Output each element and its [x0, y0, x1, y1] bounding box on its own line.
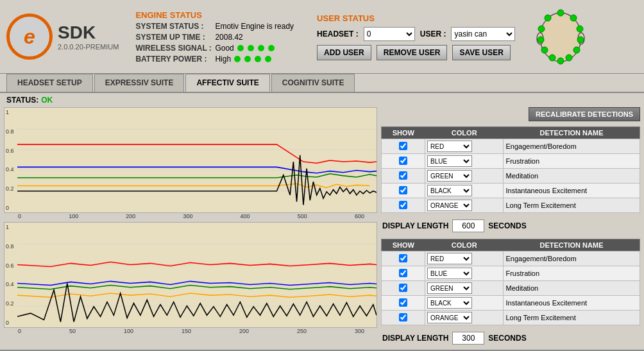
headset-select[interactable]: 0: [364, 27, 415, 41]
wireless-dot-3: [258, 45, 264, 51]
uptime-label: SYSTEM UP TIME :: [135, 33, 212, 42]
battery-dot-4: [265, 56, 271, 62]
row-checkbox[interactable]: [399, 142, 407, 150]
user-label: USER :: [420, 30, 446, 39]
table-row: REDBLUEGREENBLACKORANGEYELLOWPURPLEMedit…: [382, 169, 640, 184]
logo-circle: e: [6, 13, 53, 60]
user-status-panel: USER STATUS HEADSET : 0 USER : yasin can…: [317, 13, 515, 60]
display-length-input-top[interactable]: [452, 219, 484, 232]
display-length-bottom: DISPLAY LENGTH SECONDS: [381, 329, 640, 347]
color-select[interactable]: REDBLUEGREENBLACKORANGEYELLOWPURPLE: [427, 170, 472, 182]
uptime-row: SYSTEM UP TIME : 2008.42: [135, 33, 294, 42]
row-checkbox[interactable]: [399, 201, 407, 209]
electrode-top: [557, 10, 564, 16]
battery-value: High: [215, 55, 231, 64]
display-length-label-top: DISPLAY LENGTH: [382, 221, 448, 230]
logo-area: e SDK 2.0.0.20-PREMIUM: [6, 13, 119, 60]
row-checkbox[interactable]: [399, 254, 407, 262]
electrode-bottom: [557, 58, 564, 64]
user-status-title: USER STATUS: [317, 13, 515, 23]
recalibrate-button[interactable]: RECALIBRATE DETECTIONS: [529, 107, 640, 121]
main-content: STATUS: OK 1 0.8 0.6 0.4 0.2 0: [0, 93, 644, 350]
electrode-br: [573, 47, 580, 53]
electrode-tr: [570, 15, 577, 21]
row-checkbox[interactable]: [399, 284, 407, 292]
row-checkbox[interactable]: [399, 171, 407, 180]
detection-name: Frustration: [504, 154, 640, 169]
save-user-button[interactable]: SAVE USER: [452, 45, 510, 60]
headset-row: HEADSET : 0 USER : yasin can: [317, 27, 515, 41]
status-bar: STATUS: OK: [0, 93, 644, 107]
detection-name: Engagement/Boredom: [504, 139, 640, 154]
status-label: STATUS:: [6, 96, 38, 105]
color-select[interactable]: REDBLUEGREENBLACKORANGEYELLOWPURPLE: [427, 155, 472, 167]
chart-bg-bottom: [17, 223, 377, 327]
col-color-top: COLOR: [425, 127, 504, 139]
table-row: REDBLUEGREENBLACKORANGEYELLOWPURPLEEngag…: [382, 252, 640, 266]
electrode-el: [538, 37, 544, 43]
table-row: REDBLUEGREENBLACKORANGEYELLOWPURPLEEngag…: [382, 139, 640, 154]
system-status-value: Emotiv Engine is ready: [215, 22, 294, 31]
user-select[interactable]: yasin can: [451, 27, 515, 41]
electrode-ml: [538, 26, 545, 32]
sdk-info: SDK 2.0.0.20-PREMIUM: [58, 22, 119, 51]
battery-label: BATTERY POWER :: [135, 55, 212, 64]
detection-name: Instantaneous Excitement: [504, 184, 640, 198]
uptime-value: 2008.42: [215, 33, 242, 42]
wireless-value: Good: [215, 44, 233, 53]
tab-expressiv-suite[interactable]: EXPRESSIV SUITE: [94, 74, 185, 92]
tab-headset-setup[interactable]: HEADSET SETUP: [6, 74, 93, 92]
row-checkbox[interactable]: [399, 313, 407, 321]
sdk-title: SDK: [58, 22, 119, 43]
table-row: REDBLUEGREENBLACKORANGEYELLOWPURPLEFrust…: [382, 154, 640, 169]
table-row: REDBLUEGREENBLACKORANGEYELLOWPURPLELong …: [382, 311, 640, 325]
row-checkbox[interactable]: [399, 269, 407, 277]
detection-name: Meditation: [504, 169, 640, 184]
remove-user-button[interactable]: REMOVE USER: [377, 45, 448, 60]
color-select[interactable]: REDBLUEGREENBLACKORANGEYELLOWPURPLE: [427, 200, 472, 211]
wireless-dot-2: [248, 45, 254, 51]
table-row: REDBLUEGREENBLACKORANGEYELLOWPURPLEFrust…: [382, 266, 640, 281]
chart-bottom-x-axis: 0 50 100 150 200 250 300: [4, 328, 377, 334]
color-select[interactable]: REDBLUEGREENBLACKORANGEYELLOWPURPLE: [427, 282, 472, 294]
seconds-label-top: SECONDS: [488, 221, 526, 230]
display-length-top: DISPLAY LENGTH SECONDS: [381, 217, 640, 235]
user-buttons-row: ADD USER REMOVE USER SAVE USER: [317, 45, 515, 60]
detection-name: Instantaneous Excitement: [504, 296, 640, 311]
detection-name: Long Term Excitement: [504, 311, 640, 325]
detection-name: Meditation: [504, 281, 640, 296]
add-user-button[interactable]: ADD USER: [317, 45, 371, 60]
battery-dot-3: [255, 56, 261, 62]
battery-dot-1: [234, 56, 241, 62]
row-checkbox[interactable]: [399, 157, 407, 165]
logo-icon: e: [24, 25, 35, 49]
electrode-mr: [577, 26, 583, 32]
color-select[interactable]: REDBLUEGREENBLACKORANGEYELLOWPURPLE: [427, 297, 472, 309]
content-area: 1 0.8 0.6 0.4 0.2 0: [0, 107, 644, 350]
detection-name: Long Term Excitement: [504, 198, 640, 213]
col-show-bottom: SHOW: [382, 239, 425, 252]
color-select[interactable]: REDBLUEGREENBLACKORANGEYELLOWPURPLE: [427, 253, 472, 264]
tab-cognitiv-suite[interactable]: COGNITIV SUITE: [271, 74, 355, 92]
color-select[interactable]: REDBLUEGREENBLACKORANGEYELLOWPURPLE: [427, 141, 472, 152]
electrode-btl: [549, 55, 555, 61]
color-select[interactable]: REDBLUEGREENBLACKORANGEYELLOWPURPLE: [427, 268, 472, 279]
color-select[interactable]: REDBLUEGREENBLACKORANGEYELLOWPURPLE: [427, 185, 472, 196]
detection-table-bottom: SHOW COLOR DETECTION NAME REDBLUEGREENBL…: [381, 239, 640, 325]
chart-bottom: 1 0.8 0.6 0.4 0.2 0: [4, 222, 377, 328]
electrode-btr: [566, 55, 572, 61]
table-row: REDBLUEGREENBLACKORANGEYELLOWPURPLELong …: [382, 198, 640, 213]
row-checkbox[interactable]: [399, 298, 407, 307]
electrode-tl: [545, 15, 551, 21]
col-color-bottom: COLOR: [425, 239, 504, 252]
col-detection-top: DETECTION NAME: [504, 127, 640, 139]
color-select[interactable]: REDBLUEGREENBLACKORANGEYELLOWPURPLE: [427, 312, 472, 323]
head-model: [532, 6, 589, 67]
headset-label: HEADSET :: [317, 30, 359, 39]
tab-affectiv-suite[interactable]: AFFECTIV SUITE: [185, 74, 269, 92]
display-length-input-bottom[interactable]: [452, 332, 484, 345]
row-checkbox[interactable]: [399, 186, 407, 194]
wireless-dot-1: [237, 45, 244, 51]
table-row: REDBLUEGREENBLACKORANGEYELLOWPURPLEInsta…: [382, 184, 640, 198]
chart-top-x-axis: 0 100 200 300 400 500 600: [4, 213, 377, 219]
